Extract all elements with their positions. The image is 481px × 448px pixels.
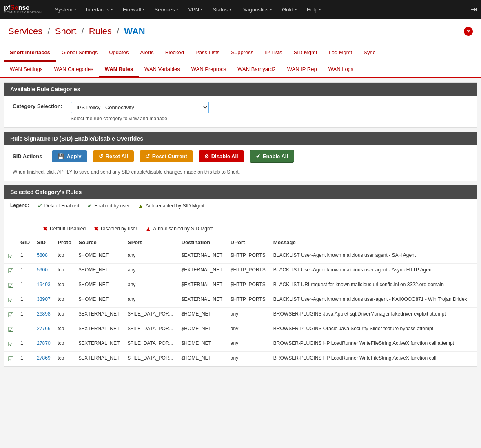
tab-sid-mgmt[interactable]: SID Mgmt <box>288 44 323 62</box>
row-status-icon[interactable]: ☑ <box>4 308 17 322</box>
nav-vpn[interactable]: VPN ▾ <box>183 0 208 19</box>
row-sid[interactable]: 26898 <box>33 308 54 322</box>
row-sid[interactable]: 33907 <box>33 293 54 308</box>
row-destination: $HOME_NET <box>178 352 227 366</box>
col-source: Source <box>75 236 124 249</box>
nav-system[interactable]: System ▾ <box>50 0 81 19</box>
tab-updates[interactable]: Updates <box>103 44 134 62</box>
subtab-wan-logs[interactable]: WAN Logs <box>323 62 359 77</box>
tab-ip-lists[interactable]: IP Lists <box>259 44 288 62</box>
logo-sense: Se <box>10 4 18 11</box>
tab-log-mgmt[interactable]: Log Mgmt <box>323 44 358 62</box>
legend-auto-enabled: ▲ Auto-enabled by SID Mgmt <box>138 203 204 209</box>
row-destination: $HOME_NET <box>178 337 227 352</box>
sid-actions-label: SID Actions <box>13 153 42 159</box>
row-sid[interactable]: 27766 <box>33 322 54 337</box>
row-dport: any <box>227 322 270 337</box>
disable-all-icon: ⊗ <box>204 153 209 159</box>
nav-gold[interactable]: Gold ▾ <box>277 0 301 19</box>
subtab-wan-rules[interactable]: WAN Rules <box>99 62 139 77</box>
row-gid: 1 <box>17 264 33 278</box>
col-sport: SPort <box>124 236 178 249</box>
legend-auto-disabled: ▲ Auto-disabled by SID Mgmt <box>145 225 213 232</box>
row-status-icon[interactable]: ☑ <box>4 352 17 366</box>
legend-default-disabled-icon: ✖ <box>43 225 48 232</box>
caret-icon: ▾ <box>176 7 178 11</box>
row-status-icon[interactable]: ☑ <box>4 337 17 352</box>
row-gid: 1 <box>17 293 33 308</box>
row-sid[interactable]: 5900 <box>33 264 54 278</box>
logo: pfSense COMMUNITY EDITION <box>4 4 42 14</box>
tab-pass-lists[interactable]: Pass Lists <box>190 44 225 62</box>
legend-auto-enabled-icon: ▲ <box>138 203 144 209</box>
subtab-wan-settings[interactable]: WAN Settings <box>4 62 48 77</box>
table-row: ☑ 1 27869 tcp $EXTERNAL_NET $FILE_DATA_P… <box>4 352 477 366</box>
save-icon: 💾 <box>58 153 64 159</box>
row-status-icon[interactable]: ☑ <box>4 278 17 293</box>
row-sid[interactable]: 19493 <box>33 278 54 293</box>
row-source: $HOME_NET <box>75 249 124 264</box>
tab-blocked[interactable]: Blocked <box>160 44 190 62</box>
subtab-wan-variables[interactable]: WAN Variables <box>139 62 186 77</box>
tab-alerts[interactable]: Alerts <box>135 44 160 62</box>
col-destination: Destination <box>178 236 227 249</box>
row-source: $HOME_NET <box>75 293 124 308</box>
table-row: ☑ 1 27766 tcp $EXTERNAL_NET $FILE_DATA_P… <box>4 322 477 337</box>
nav-status[interactable]: Status ▾ <box>208 0 236 19</box>
row-source: $EXTERNAL_NET <box>75 337 124 352</box>
row-source: $EXTERNAL_NET <box>75 322 124 337</box>
row-destination: $EXTERNAL_NET <box>178 278 227 293</box>
row-status-icon[interactable]: ☑ <box>4 293 17 308</box>
help-button[interactable]: ? <box>464 27 473 36</box>
sid-section-header: Rule Signature ID (SID) Enable/Disable O… <box>4 132 477 145</box>
enable-all-button[interactable]: ✔ Enable All <box>250 150 294 163</box>
reset-all-icon: ↺ <box>99 153 103 159</box>
row-dport: $HTTP_PORTS <box>227 293 270 308</box>
row-destination: $EXTERNAL_NET <box>178 293 227 308</box>
nav-help[interactable]: Help ▾ <box>302 0 326 19</box>
row-dport: $HTTP_PORTS <box>227 278 270 293</box>
apply-button[interactable]: 💾 Apply <box>52 150 87 162</box>
row-sid[interactable]: 5808 <box>33 249 54 264</box>
nav-services[interactable]: Services ▾ <box>150 0 184 19</box>
row-sid[interactable]: 27870 <box>33 337 54 352</box>
rules-table: GID SID Proto Source SPort Destination D… <box>4 236 477 366</box>
row-status-icon[interactable]: ☑ <box>4 264 17 278</box>
row-proto: tcp <box>54 308 75 322</box>
main-tabs: Snort Interfaces Global Settings Updates… <box>0 44 481 62</box>
row-dport: any <box>227 352 270 366</box>
category-label: Category Selection: <box>13 102 62 109</box>
subtab-wan-barnyard2[interactable]: WAN Barnyard2 <box>232 62 281 77</box>
subtab-wan-categories[interactable]: WAN Categories <box>48 62 99 77</box>
tab-suppress[interactable]: Suppress <box>225 44 259 62</box>
nav-diagnostics[interactable]: Diagnostics ▾ <box>236 0 277 19</box>
tab-snort-interfaces[interactable]: Snort Interfaces <box>4 44 56 62</box>
col-status <box>4 236 17 249</box>
table-row: ☑ 1 5900 tcp $HOME_NET any $EXTERNAL_NET… <box>4 264 477 278</box>
nav-firewall[interactable]: Firewall ▾ <box>118 0 150 19</box>
table-row: ☑ 1 19493 tcp $HOME_NET any $EXTERNAL_NE… <box>4 278 477 293</box>
row-status-icon[interactable]: ☑ <box>4 249 17 264</box>
reset-all-button[interactable]: ↺ Reset All <box>93 150 134 162</box>
row-proto: tcp <box>54 249 75 264</box>
row-status-icon[interactable]: ☑ <box>4 322 17 337</box>
tab-global-settings[interactable]: Global Settings <box>56 44 103 62</box>
disable-all-button[interactable]: ⊗ Disable All <box>199 150 244 162</box>
legend-label: Legend: <box>10 203 29 209</box>
tab-sync[interactable]: Sync <box>358 44 381 62</box>
row-destination: $EXTERNAL_NET <box>178 249 227 264</box>
bc-services: Services <box>8 26 42 36</box>
reset-current-button[interactable]: ↺ Reset Current <box>140 150 193 162</box>
row-message: BROWSER-PLUGINS HP LoadRunner WriteFileS… <box>270 337 477 352</box>
row-sport: any <box>124 293 178 308</box>
subtab-wan-preprocs[interactable]: WAN Preprocs <box>186 62 232 77</box>
legend-default-enabled: ✔ Default Enabled <box>38 203 79 209</box>
nav-interfaces[interactable]: Interfaces ▾ <box>81 0 118 19</box>
row-sid[interactable]: 27869 <box>33 352 54 366</box>
nav-logout-icon[interactable]: ⇥ <box>471 5 477 14</box>
row-gid: 1 <box>17 352 33 366</box>
category-select[interactable]: IPS Policy - Connectivity IPS Policy - B… <box>71 102 209 113</box>
row-destination: $EXTERNAL_NET <box>178 264 227 278</box>
subtab-wan-ip-rep[interactable]: WAN IP Rep <box>282 62 323 77</box>
row-dport: any <box>227 337 270 352</box>
